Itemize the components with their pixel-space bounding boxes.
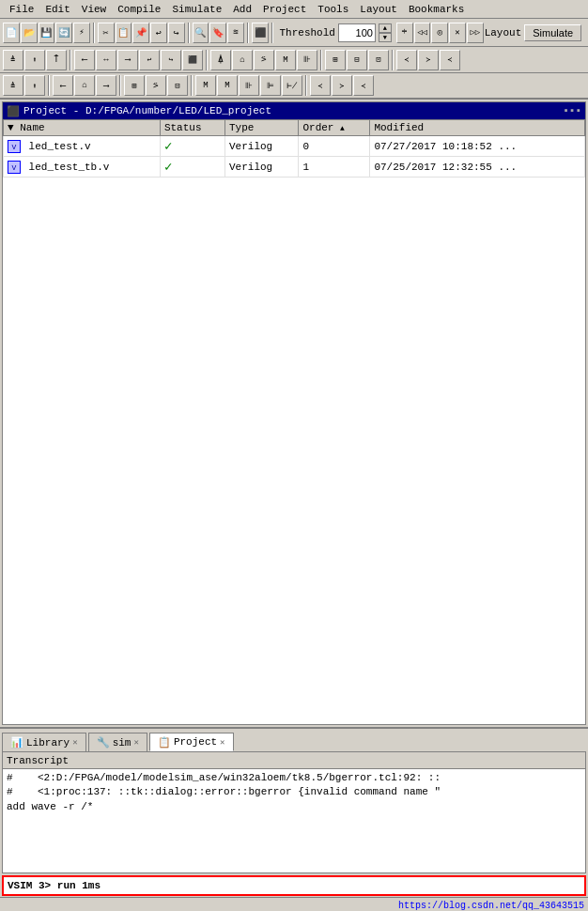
tb-new-btn[interactable]: 📄 (3, 23, 20, 43)
tab-library[interactable]: 📊 Library ✕ (2, 733, 86, 751)
tab-project-close[interactable]: ✕ (220, 737, 224, 748)
tb3-11[interactable]: ⊪ (239, 75, 259, 96)
tb-paste-btn[interactable]: 📌 (132, 23, 149, 43)
tb3-3[interactable]: ⟵ (53, 75, 73, 96)
menu-add[interactable]: Add (227, 3, 257, 16)
transcript-title: Transcript (7, 755, 69, 766)
tb3-8[interactable]: ⊟ (167, 75, 188, 96)
menu-view[interactable]: View (76, 3, 112, 16)
simulate-button[interactable]: Simulate (524, 24, 581, 41)
threshold-input[interactable] (338, 23, 376, 42)
file-modified-0: 07/27/2017 10:18:52 ... (370, 136, 585, 157)
tb2-2[interactable]: ⬆ (24, 50, 45, 70)
file-icon-1: V (8, 161, 21, 174)
tb2-12[interactable]: ⍩ (254, 50, 274, 70)
menu-tools[interactable]: Tools (312, 3, 354, 16)
tb-stop-btn[interactable]: ⬛ (252, 23, 269, 43)
tab-sim-close[interactable]: ✕ (133, 737, 138, 748)
tb2-20[interactable]: ≺ (440, 50, 460, 70)
tb-t5[interactable]: ▷▷ (467, 23, 484, 43)
col-status[interactable]: Status (160, 120, 224, 136)
tb-cut-btn[interactable]: ✂ (98, 23, 115, 43)
tb2-3[interactable]: T̄ (46, 50, 67, 70)
menu-simulate[interactable]: Simulate (166, 3, 227, 16)
tb-wave-btn[interactable]: ≋ (227, 23, 244, 43)
tab-sim[interactable]: 🔧 sim ✕ (88, 733, 147, 751)
tb3-15[interactable]: ≻ (332, 75, 352, 96)
menu-compile[interactable]: Compile (112, 3, 166, 16)
tb-copy-btn[interactable]: 📋 (116, 23, 132, 43)
tb3-4[interactable]: ⌂ (74, 75, 95, 96)
command-line[interactable]: VSIM 3> run 1ms (2, 875, 586, 896)
tb-t1[interactable]: ⫩ (396, 23, 413, 43)
tb-t4[interactable]: ✕ (449, 23, 466, 43)
file-row-0[interactable]: V led_test.v ✓ Verilog 0 07/27/2017 10:1… (4, 136, 585, 157)
new-icon: 📄 (6, 27, 17, 39)
icon-r220: ≺ (448, 55, 453, 64)
tb-open-btn[interactable]: 📂 (21, 23, 38, 43)
tb2-18[interactable]: ≺ (396, 50, 417, 70)
tb2-11[interactable]: ⌂ (232, 50, 253, 70)
tb2-6[interactable]: ⟶ (117, 50, 138, 70)
tb-redo-btn[interactable]: ↪ (168, 23, 185, 43)
menu-file[interactable]: File (4, 3, 39, 16)
col-name[interactable]: ▼ Name (4, 120, 161, 136)
tb3-14[interactable]: ≺ (310, 75, 331, 96)
separator2 (188, 23, 190, 43)
file-row-1[interactable]: V led_test_tb.v ✓ Verilog 1 07/25/2017 1… (4, 157, 585, 178)
tb2-14[interactable]: ⊪ (297, 50, 317, 70)
tb2-4[interactable]: ⟵ (74, 50, 95, 70)
tb3-5[interactable]: ⟶ (96, 75, 116, 96)
menu-layout[interactable]: Layout (354, 3, 403, 16)
tb2-15[interactable]: ⊞ (325, 50, 346, 70)
tb3-12[interactable]: ⊫ (260, 75, 281, 96)
tb2-1[interactable]: ≜ (3, 50, 23, 70)
toolbar-row2: ≜ ⬆ T̄ ⟵ ↔ ⟶ ↩ ↪ ⬛ ⍋ ⌂ ⍩ M ⊪ ⊞ ⊟ ⊡ ≺ ≻ ≺ (0, 47, 588, 73)
col-modified[interactable]: Modified (370, 120, 585, 136)
icon-r23: T̄ (54, 55, 59, 64)
tb-bookmark-btn[interactable]: 🔖 (209, 23, 226, 43)
tb3-9[interactable]: M (195, 75, 216, 96)
tb2-7[interactable]: ↩ (139, 50, 160, 70)
menu-edit[interactable]: Edit (39, 3, 75, 16)
col-order[interactable]: Order ▲ (299, 120, 370, 136)
tb-save-btn[interactable]: 💾 (39, 23, 55, 43)
icon-r210: ⍋ (218, 54, 223, 65)
tab-library-label: Library (26, 737, 70, 749)
tb3-16[interactable]: ≺ (353, 75, 374, 96)
tb2-8[interactable]: ↪ (161, 50, 181, 70)
menu-project[interactable]: Project (257, 3, 312, 16)
tb-t3[interactable]: ◎ (431, 23, 448, 43)
tb2-10[interactable]: ⍋ (210, 50, 231, 70)
icon-r215: ⊞ (333, 54, 337, 65)
icon-r26: ⟶ (125, 54, 130, 65)
tb2-19[interactable]: ≻ (418, 50, 439, 70)
tb-t2[interactable]: ◁◁ (414, 23, 431, 43)
tb-btn5[interactable]: ⚡ (73, 23, 90, 43)
menu-bookmarks[interactable]: Bookmarks (403, 3, 470, 16)
threshold-spinner[interactable]: ▲ ▼ (379, 23, 392, 42)
icon-r33: ⟵ (60, 81, 65, 91)
check-icon-0: ✓ (164, 139, 172, 154)
tb3-10[interactable]: M (217, 75, 238, 96)
tab-library-close[interactable]: ✕ (72, 737, 77, 748)
tb2-13[interactable]: M (275, 50, 296, 70)
tab-project[interactable]: 📋 Project ✕ (149, 733, 234, 751)
tb3-1[interactable]: ≜ (3, 75, 23, 96)
tb-find-btn[interactable]: 🔍 (193, 23, 209, 43)
tb-undo-btn[interactable]: ↩ (150, 23, 167, 43)
tb-refresh-btn[interactable]: 🔄 (55, 23, 72, 43)
tb3-2[interactable]: ⬆ (24, 75, 45, 96)
tb3-6[interactable]: ⊞ (124, 75, 145, 96)
icon-r28: ↪ (169, 55, 174, 64)
tb3-13[interactable]: ⊬ (282, 75, 302, 96)
spinner-up[interactable]: ▲ (379, 23, 392, 33)
separator3 (247, 23, 249, 43)
col-type[interactable]: Type (224, 120, 298, 136)
tb2-5[interactable]: ↔ (96, 50, 116, 70)
tb3-7[interactable]: ⍩ (146, 75, 166, 96)
tb2-16[interactable]: ⊟ (347, 50, 367, 70)
tb2-17[interactable]: ⊡ (368, 50, 389, 70)
tb2-9[interactable]: ⬛ (182, 50, 203, 70)
spinner-down[interactable]: ▼ (379, 33, 392, 42)
